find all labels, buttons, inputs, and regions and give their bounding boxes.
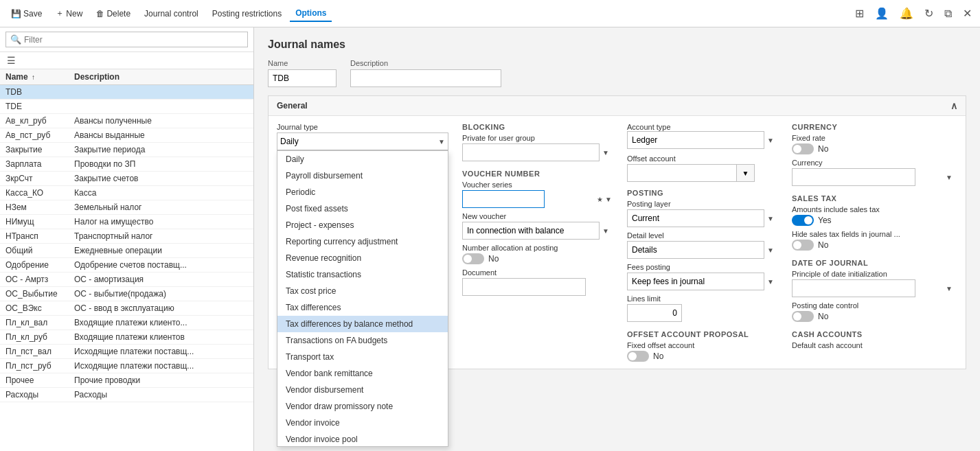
table-row[interactable]: Пл_пст_рубИсходящие платежи поставщ... (0, 359, 253, 373)
amounts-include-toggle-row: Yes (792, 215, 957, 226)
list-item[interactable]: Statistic transactions (277, 266, 448, 283)
table-row[interactable]: ЗкрСчтЗакрытие счетов (0, 172, 253, 186)
table-row[interactable]: ПрочееПрочие проводки (0, 373, 253, 388)
table-row[interactable]: ОС_ВЭксОС - ввод в эксплуатацию (0, 301, 253, 316)
offset-account-input[interactable] (627, 164, 737, 182)
fees-posting-select[interactable]: Keep fees in journalPost fees separately (627, 273, 764, 290)
posting-restrictions-button[interactable]: Posting restrictions (207, 6, 287, 21)
list-item[interactable]: Tax differences (277, 299, 448, 316)
col-name-header[interactable]: Name ↑ (0, 69, 69, 85)
table-row[interactable]: Ав_пст_рубАвансы выданные (0, 128, 253, 143)
sidebar-menu-icon[interactable]: ☰ (3, 54, 20, 67)
document-input[interactable] (462, 278, 586, 296)
table-row[interactable]: ОС - АмртзОС - амортизация (0, 273, 253, 287)
list-item[interactable]: Daily (277, 151, 448, 167)
number-allocation-toggle[interactable] (462, 253, 484, 264)
list-item[interactable]: Transport tax (277, 349, 448, 365)
table-row[interactable]: ОбщийЕжедневные операции (0, 244, 253, 258)
voucher-series-input[interactable] (462, 190, 545, 208)
sidebar-table: Name ↑ Description TDBTDEАв_кл_рубАвансы… (0, 69, 253, 451)
search-input[interactable] (24, 35, 243, 45)
list-item[interactable]: Vendor draw promissory note (277, 398, 448, 415)
grid-icon[interactable]: ⊞ (852, 4, 867, 23)
table-row[interactable]: ЗарплатаПроводки по ЗП (0, 157, 253, 172)
private-user-group-select[interactable] (462, 143, 600, 161)
table-row[interactable]: НИмущНалог на имущество (0, 215, 253, 229)
close-icon[interactable]: ✕ (960, 4, 975, 23)
filter-input-wrap[interactable]: 🔍 (5, 32, 248, 47)
collapse-icon[interactable]: ∧ (950, 100, 957, 111)
bell-icon[interactable]: 🔔 (897, 4, 916, 23)
window-icon[interactable]: ⧉ (942, 5, 955, 23)
refresh-icon[interactable]: ↻ (922, 4, 936, 23)
row-desc: Проводки по ЗП (69, 157, 253, 172)
account-type-select[interactable]: LedgerCustomerVendorProjectFixed assetsB… (627, 131, 764, 149)
list-item[interactable]: Vendor invoice (277, 415, 448, 431)
posting-date-toggle[interactable] (792, 311, 814, 322)
user-icon[interactable]: 👤 (872, 4, 891, 23)
list-item[interactable]: Payroll disbursement (277, 167, 448, 184)
currency-select[interactable] (792, 168, 915, 186)
list-item[interactable]: Revenue recognition (277, 250, 448, 266)
lines-limit-input[interactable] (627, 304, 682, 322)
journal-type-dropdown[interactable]: Daily ▼ (277, 132, 448, 150)
list-item[interactable]: Periodic (277, 184, 448, 200)
row-desc: Закрытие счетов (69, 172, 253, 186)
delete-icon: 🗑 (96, 9, 104, 19)
fixed-offset-toggle[interactable] (627, 351, 649, 362)
star-button[interactable]: ★ ▼ (597, 196, 612, 203)
list-item[interactable]: Post fixed assets (277, 200, 448, 217)
principle-select[interactable] (792, 279, 915, 297)
table-row[interactable]: TDE (0, 100, 253, 114)
table-row[interactable]: Ав_кл_рубАвансы полученные (0, 114, 253, 128)
table-row[interactable]: Пл_кл_рубВходящие платежи клиентов (0, 330, 253, 345)
table-row[interactable]: НЗемЗемельный налог (0, 200, 253, 215)
table-row[interactable]: ЗакрытиеЗакрытие периода (0, 143, 253, 157)
row-desc: ОС - выбытие(продажа) (69, 287, 253, 301)
name-input[interactable] (268, 69, 337, 87)
chevron-down-icon-6: ▼ (767, 278, 774, 286)
general-section-body: Journal type Daily ▼ DailyPayroll disbur… (269, 116, 966, 369)
list-item[interactable]: Transactions on FA budgets (277, 332, 448, 349)
list-item[interactable]: Vendor bank remittance (277, 365, 448, 382)
row-desc: Налог на имущество (69, 215, 253, 229)
save-button[interactable]: 💾 Save (5, 6, 47, 21)
desc-input[interactable] (350, 69, 501, 87)
table-row[interactable]: Касса_КОКасса (0, 186, 253, 200)
col-desc-header[interactable]: Description (69, 69, 253, 85)
amounts-include-toggle[interactable] (792, 215, 814, 226)
delete-button[interactable]: 🗑 Delete (91, 6, 136, 21)
list-item[interactable]: Tax cost price (277, 283, 448, 299)
list-item[interactable]: Tax differences by balance method (277, 316, 448, 332)
new-button[interactable]: ＋ New (50, 5, 88, 22)
general-section: General ∧ Journal type Daily ▼ (268, 95, 966, 369)
fixed-rate-toggle[interactable] (792, 143, 814, 154)
list-item[interactable]: Reporting currency adjustment (277, 233, 448, 250)
options-button[interactable]: Options (290, 5, 332, 22)
detail-level-select[interactable]: DetailsSummary (627, 241, 764, 259)
row-name: НЗем (0, 200, 69, 215)
row-desc: Транспортный налог (69, 229, 253, 244)
new-voucher-select[interactable]: In connection with balanceIn connection … (462, 222, 600, 240)
table-row[interactable]: РасходыРасходы (0, 388, 253, 402)
table-row[interactable]: НТранспТранспортный налог (0, 229, 253, 244)
number-allocation-toggle-row: No (462, 253, 613, 264)
table-row[interactable]: ОдобрениеОдобрение счетов поставщ... (0, 258, 253, 273)
list-item[interactable]: Vendor disbursement (277, 382, 448, 398)
table-row[interactable]: Пл_пст_валИсходящие платежи поставщ... (0, 345, 253, 359)
dropdown-scroll[interactable]: DailyPayroll disbursementPeriodicPost fi… (277, 151, 448, 446)
journal-control-button[interactable]: Journal control (139, 6, 204, 21)
fixed-offset-toggle-row: No (627, 351, 778, 362)
hide-sales-tax-toggle[interactable] (792, 240, 814, 251)
table-row[interactable]: TDB (0, 85, 253, 100)
list-item[interactable]: Project - expenses (277, 217, 448, 233)
posting-layer-select[interactable]: CurrentOperationsTax (627, 209, 764, 227)
search-icon: 🔍 (10, 34, 21, 45)
list-item[interactable]: Vendor invoice pool (277, 431, 448, 446)
table-row[interactable]: ОС_ВыбытиеОС - выбытие(продажа) (0, 287, 253, 301)
row-name: Пл_кл_вал (0, 316, 69, 330)
save-icon: 💾 (11, 9, 21, 19)
chevron-down-icon-4: ▼ (767, 215, 774, 222)
table-row[interactable]: Пл_кл_валВходящие платежи клиенто... (0, 316, 253, 330)
offset-account-dropdown-btn[interactable]: ▼ (737, 164, 755, 182)
